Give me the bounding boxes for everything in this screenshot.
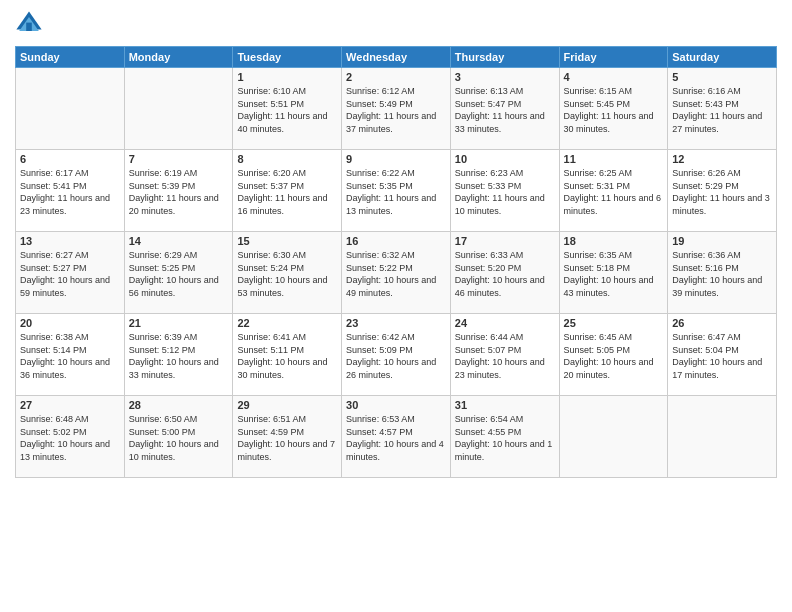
calendar-cell: 1Sunrise: 6:10 AMSunset: 5:51 PMDaylight… [233, 68, 342, 150]
day-number: 23 [346, 317, 446, 329]
cell-content: Sunrise: 6:51 AMSunset: 4:59 PMDaylight:… [237, 413, 337, 463]
day-number: 19 [672, 235, 772, 247]
cell-content: Sunrise: 6:45 AMSunset: 5:05 PMDaylight:… [564, 331, 664, 381]
logo [15, 10, 47, 38]
day-number: 17 [455, 235, 555, 247]
calendar-cell: 2Sunrise: 6:12 AMSunset: 5:49 PMDaylight… [342, 68, 451, 150]
calendar-cell: 21Sunrise: 6:39 AMSunset: 5:12 PMDayligh… [124, 314, 233, 396]
calendar-week-4: 20Sunrise: 6:38 AMSunset: 5:14 PMDayligh… [16, 314, 777, 396]
calendar-cell: 16Sunrise: 6:32 AMSunset: 5:22 PMDayligh… [342, 232, 451, 314]
cell-content: Sunrise: 6:30 AMSunset: 5:24 PMDaylight:… [237, 249, 337, 299]
cell-content: Sunrise: 6:38 AMSunset: 5:14 PMDaylight:… [20, 331, 120, 381]
cell-content: Sunrise: 6:22 AMSunset: 5:35 PMDaylight:… [346, 167, 446, 217]
day-number: 2 [346, 71, 446, 83]
day-header-sunday: Sunday [16, 47, 125, 68]
calendar-cell: 5Sunrise: 6:16 AMSunset: 5:43 PMDaylight… [668, 68, 777, 150]
day-number: 18 [564, 235, 664, 247]
calendar-cell: 9Sunrise: 6:22 AMSunset: 5:35 PMDaylight… [342, 150, 451, 232]
day-header-wednesday: Wednesday [342, 47, 451, 68]
logo-icon [15, 10, 43, 38]
day-number: 29 [237, 399, 337, 411]
calendar-cell: 19Sunrise: 6:36 AMSunset: 5:16 PMDayligh… [668, 232, 777, 314]
cell-content: Sunrise: 6:26 AMSunset: 5:29 PMDaylight:… [672, 167, 772, 217]
day-number: 16 [346, 235, 446, 247]
day-number: 12 [672, 153, 772, 165]
day-number: 31 [455, 399, 555, 411]
calendar-cell: 29Sunrise: 6:51 AMSunset: 4:59 PMDayligh… [233, 396, 342, 478]
cell-content: Sunrise: 6:23 AMSunset: 5:33 PMDaylight:… [455, 167, 555, 217]
cell-content: Sunrise: 6:19 AMSunset: 5:39 PMDaylight:… [129, 167, 229, 217]
calendar-cell: 8Sunrise: 6:20 AMSunset: 5:37 PMDaylight… [233, 150, 342, 232]
calendar-cell: 12Sunrise: 6:26 AMSunset: 5:29 PMDayligh… [668, 150, 777, 232]
calendar-week-5: 27Sunrise: 6:48 AMSunset: 5:02 PMDayligh… [16, 396, 777, 478]
day-number: 27 [20, 399, 120, 411]
calendar-cell [559, 396, 668, 478]
cell-content: Sunrise: 6:47 AMSunset: 5:04 PMDaylight:… [672, 331, 772, 381]
cell-content: Sunrise: 6:42 AMSunset: 5:09 PMDaylight:… [346, 331, 446, 381]
cell-content: Sunrise: 6:50 AMSunset: 5:00 PMDaylight:… [129, 413, 229, 463]
cell-content: Sunrise: 6:20 AMSunset: 5:37 PMDaylight:… [237, 167, 337, 217]
calendar-page: SundayMondayTuesdayWednesdayThursdayFrid… [0, 0, 792, 612]
calendar-cell: 15Sunrise: 6:30 AMSunset: 5:24 PMDayligh… [233, 232, 342, 314]
day-number: 28 [129, 399, 229, 411]
cell-content: Sunrise: 6:27 AMSunset: 5:27 PMDaylight:… [20, 249, 120, 299]
calendar-cell: 3Sunrise: 6:13 AMSunset: 5:47 PMDaylight… [450, 68, 559, 150]
calendar-cell: 18Sunrise: 6:35 AMSunset: 5:18 PMDayligh… [559, 232, 668, 314]
cell-content: Sunrise: 6:35 AMSunset: 5:18 PMDaylight:… [564, 249, 664, 299]
day-number: 6 [20, 153, 120, 165]
calendar-cell: 28Sunrise: 6:50 AMSunset: 5:00 PMDayligh… [124, 396, 233, 478]
day-header-thursday: Thursday [450, 47, 559, 68]
day-number: 3 [455, 71, 555, 83]
day-header-tuesday: Tuesday [233, 47, 342, 68]
calendar-cell: 27Sunrise: 6:48 AMSunset: 5:02 PMDayligh… [16, 396, 125, 478]
cell-content: Sunrise: 6:17 AMSunset: 5:41 PMDaylight:… [20, 167, 120, 217]
day-number: 20 [20, 317, 120, 329]
cell-content: Sunrise: 6:29 AMSunset: 5:25 PMDaylight:… [129, 249, 229, 299]
calendar-cell: 23Sunrise: 6:42 AMSunset: 5:09 PMDayligh… [342, 314, 451, 396]
cell-content: Sunrise: 6:13 AMSunset: 5:47 PMDaylight:… [455, 85, 555, 135]
calendar-cell: 31Sunrise: 6:54 AMSunset: 4:55 PMDayligh… [450, 396, 559, 478]
calendar-cell: 22Sunrise: 6:41 AMSunset: 5:11 PMDayligh… [233, 314, 342, 396]
day-number: 14 [129, 235, 229, 247]
calendar-cell: 4Sunrise: 6:15 AMSunset: 5:45 PMDaylight… [559, 68, 668, 150]
calendar-cell [16, 68, 125, 150]
cell-content: Sunrise: 6:10 AMSunset: 5:51 PMDaylight:… [237, 85, 337, 135]
calendar-cell: 14Sunrise: 6:29 AMSunset: 5:25 PMDayligh… [124, 232, 233, 314]
day-header-saturday: Saturday [668, 47, 777, 68]
day-number: 24 [455, 317, 555, 329]
cell-content: Sunrise: 6:44 AMSunset: 5:07 PMDaylight:… [455, 331, 555, 381]
day-header-friday: Friday [559, 47, 668, 68]
calendar-week-1: 1Sunrise: 6:10 AMSunset: 5:51 PMDaylight… [16, 68, 777, 150]
day-number: 25 [564, 317, 664, 329]
header [15, 10, 777, 38]
cell-content: Sunrise: 6:39 AMSunset: 5:12 PMDaylight:… [129, 331, 229, 381]
day-number: 10 [455, 153, 555, 165]
day-number: 4 [564, 71, 664, 83]
day-number: 30 [346, 399, 446, 411]
day-number: 26 [672, 317, 772, 329]
cell-content: Sunrise: 6:48 AMSunset: 5:02 PMDaylight:… [20, 413, 120, 463]
day-number: 15 [237, 235, 337, 247]
calendar-cell: 17Sunrise: 6:33 AMSunset: 5:20 PMDayligh… [450, 232, 559, 314]
calendar-cell: 24Sunrise: 6:44 AMSunset: 5:07 PMDayligh… [450, 314, 559, 396]
day-number: 21 [129, 317, 229, 329]
cell-content: Sunrise: 6:12 AMSunset: 5:49 PMDaylight:… [346, 85, 446, 135]
calendar-cell [668, 396, 777, 478]
calendar-cell: 26Sunrise: 6:47 AMSunset: 5:04 PMDayligh… [668, 314, 777, 396]
cell-content: Sunrise: 6:32 AMSunset: 5:22 PMDaylight:… [346, 249, 446, 299]
cell-content: Sunrise: 6:16 AMSunset: 5:43 PMDaylight:… [672, 85, 772, 135]
cell-content: Sunrise: 6:54 AMSunset: 4:55 PMDaylight:… [455, 413, 555, 463]
cell-content: Sunrise: 6:15 AMSunset: 5:45 PMDaylight:… [564, 85, 664, 135]
cell-content: Sunrise: 6:53 AMSunset: 4:57 PMDaylight:… [346, 413, 446, 463]
day-number: 8 [237, 153, 337, 165]
calendar-week-3: 13Sunrise: 6:27 AMSunset: 5:27 PMDayligh… [16, 232, 777, 314]
calendar-cell: 11Sunrise: 6:25 AMSunset: 5:31 PMDayligh… [559, 150, 668, 232]
svg-rect-2 [26, 23, 32, 31]
cell-content: Sunrise: 6:33 AMSunset: 5:20 PMDaylight:… [455, 249, 555, 299]
day-header-monday: Monday [124, 47, 233, 68]
calendar-week-2: 6Sunrise: 6:17 AMSunset: 5:41 PMDaylight… [16, 150, 777, 232]
day-number: 9 [346, 153, 446, 165]
calendar-cell: 7Sunrise: 6:19 AMSunset: 5:39 PMDaylight… [124, 150, 233, 232]
day-number: 7 [129, 153, 229, 165]
calendar-cell: 10Sunrise: 6:23 AMSunset: 5:33 PMDayligh… [450, 150, 559, 232]
